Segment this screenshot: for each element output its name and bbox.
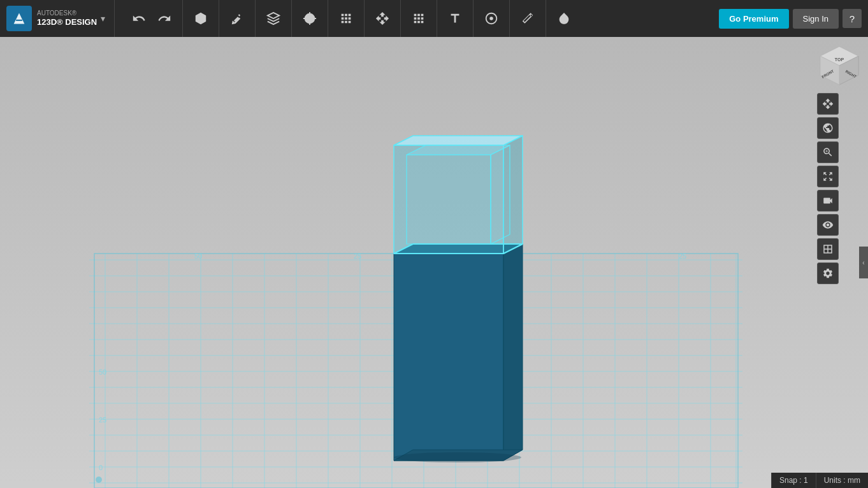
view-cube[interactable]: TOP RIGHT FRONT: [817, 43, 862, 88]
viewport[interactable]: 50 25 0 50 25 0 25: [0, 37, 868, 488]
help-button[interactable]: ?: [843, 9, 862, 28]
svg-marker-48: [503, 244, 523, 461]
right-panel: TOP RIGHT FRONT: [817, 43, 862, 284]
text-button[interactable]: [444, 7, 467, 30]
zoom-button[interactable]: [817, 141, 839, 163]
orbit-button[interactable]: [817, 117, 839, 139]
right-collapse-arrow[interactable]: ‹: [859, 247, 868, 278]
text-group: [437, 0, 474, 37]
toolbar-right: Go Premium Sign In ?: [712, 9, 868, 29]
pattern-group: [401, 0, 437, 37]
3d-scene: 50 25 0 50 25 0 25: [0, 37, 868, 488]
construct-button[interactable]: [262, 7, 285, 30]
materials-button[interactable]: [553, 7, 575, 30]
grid-button[interactable]: [817, 238, 839, 260]
pattern-button[interactable]: [407, 7, 430, 30]
svg-text:25: 25: [679, 252, 686, 260]
sketch-button[interactable]: [226, 7, 249, 30]
materials-group: [546, 0, 582, 37]
undo-redo-group: [121, 0, 183, 37]
undo-button[interactable]: [127, 7, 150, 30]
svg-text:50: 50: [194, 252, 202, 260]
svg-marker-52: [394, 136, 523, 145]
svg-text:0: 0: [99, 464, 103, 471]
svg-text:50: 50: [99, 368, 106, 376]
grouping-button[interactable]: [335, 7, 358, 30]
signin-button[interactable]: Sign In: [793, 9, 839, 29]
camera-button[interactable]: [817, 190, 839, 212]
premium-button[interactable]: Go Premium: [719, 9, 788, 29]
transform-group: [365, 0, 401, 37]
redo-button[interactable]: [153, 7, 176, 30]
sketch-group: [219, 0, 256, 37]
construct-group: [256, 0, 292, 37]
modify-group: [292, 0, 328, 37]
svg-marker-55: [407, 145, 510, 155]
modify-button[interactable]: [298, 7, 321, 30]
svg-point-61: [394, 452, 521, 463]
snap-status[interactable]: Snap : 1: [771, 473, 816, 488]
toolbar: AUTODESK® 123D® DESIGN ▾: [0, 0, 868, 37]
view-mode-button[interactable]: [817, 214, 839, 236]
svg-text:TOP: TOP: [835, 57, 844, 62]
primitives-button[interactable]: [189, 7, 212, 30]
snap-button[interactable]: [480, 7, 503, 30]
measure-button[interactable]: [516, 7, 539, 30]
svg-text:25: 25: [99, 416, 106, 424]
fit-button[interactable]: [817, 166, 839, 187]
svg-text:25: 25: [354, 252, 361, 260]
primitives-group: [183, 0, 219, 37]
measure-group: [510, 0, 546, 37]
snap-group: [474, 0, 510, 37]
logo-dropdown-icon[interactable]: ▾: [101, 13, 105, 24]
units-status[interactable]: Units : mm: [816, 473, 868, 488]
toolbar-middle: [115, 0, 712, 37]
svg-marker-47: [394, 254, 503, 461]
settings-button[interactable]: [817, 262, 839, 284]
status-bar: Snap : 1 Units : mm: [771, 473, 868, 488]
logo-area: AUTODESK® 123D® DESIGN ▾: [0, 0, 115, 37]
svg-marker-50: [394, 145, 503, 254]
logo-icon: [6, 6, 32, 31]
svg-point-62: [96, 477, 102, 483]
svg-point-1: [489, 17, 493, 20]
transform-button[interactable]: [371, 7, 394, 30]
logo-text: AUTODESK® 123D® DESIGN: [37, 9, 97, 28]
grouping-group: [328, 0, 365, 37]
pan-button[interactable]: [817, 93, 839, 115]
